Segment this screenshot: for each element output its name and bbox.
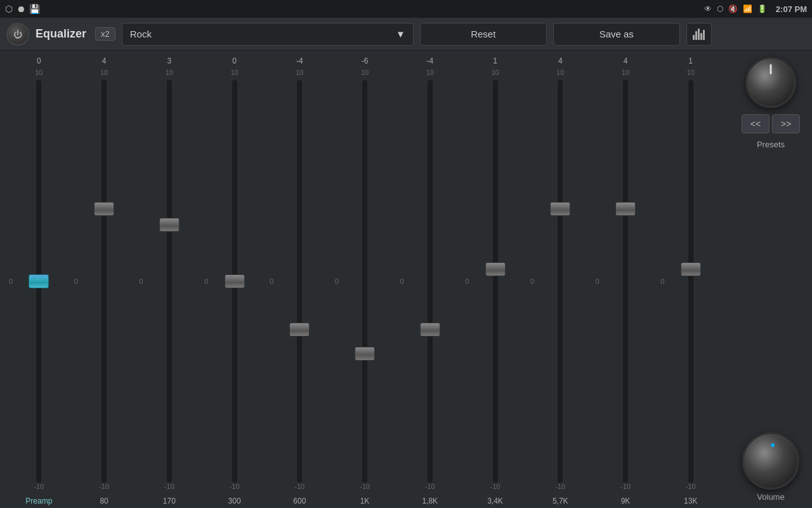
record-icon: ⏺: [16, 4, 25, 14]
slider-outer-b300: 0: [202, 80, 267, 483]
band-column-preamp: 0100-10Preamp: [6, 55, 72, 508]
scale-top-b3400: 10: [491, 69, 499, 80]
scale-bottom-b1k: -10: [360, 483, 370, 494]
slider-track-b600: [297, 80, 302, 483]
status-icons-left: ⬡ ⏺ 💾: [5, 4, 40, 14]
zero-label-preamp: 0: [9, 277, 13, 285]
slider-track-b1800: [428, 80, 433, 483]
slider-track-preamp: [36, 80, 41, 483]
band-value-b13k: 1: [688, 55, 693, 67]
time-display: 2:07 PM: [776, 4, 807, 14]
preset-nav: << >>: [742, 114, 800, 133]
band-column-b80: 4100-1080: [72, 55, 137, 508]
zero-label-b1k: 0: [335, 277, 339, 285]
zero-label-b600: 0: [270, 277, 273, 285]
volume-knob-container: Volume: [742, 432, 799, 502]
slider-track-wrap-b13k: 100-10: [658, 69, 723, 494]
slider-outer-b1k: 0: [332, 80, 398, 483]
band-value-b600: -4: [296, 55, 303, 67]
chart-button[interactable]: [686, 23, 712, 46]
band-value-preamp: 0: [37, 55, 41, 67]
slider-thumb-b1800[interactable]: [420, 323, 440, 337]
preset-next-button[interactable]: >>: [772, 114, 800, 133]
scale-top-b170: 10: [166, 69, 173, 80]
band-value-b170: 3: [167, 55, 171, 67]
power-button[interactable]: ⏻: [6, 23, 29, 46]
slider-track-b9k: [623, 80, 628, 483]
status-icons-right: 👁 ⬡ 🔇 📶 🔋 2:07 PM: [704, 4, 807, 14]
slider-track-wrap-b300: 100-10: [202, 69, 267, 494]
slider-thumb-b9k[interactable]: [615, 202, 636, 216]
slider-thumb-b3400[interactable]: [485, 262, 506, 276]
slider-thumb-b170[interactable]: [159, 218, 180, 232]
app-title: Equalizer: [36, 27, 86, 41]
scale-top-b9k: 10: [622, 69, 629, 80]
x2-toggle[interactable]: x2: [95, 27, 115, 41]
slider-outer-b5700: 0: [528, 80, 593, 483]
slider-track-wrap-b3400: 100-10: [462, 69, 528, 494]
band-freq-b80: 80: [100, 494, 108, 508]
slider-outer-b9k: 0: [593, 80, 658, 483]
bluetooth-icon: ⬡: [717, 4, 723, 13]
top-knob-container: [745, 57, 796, 108]
save-icon: 💾: [29, 4, 40, 14]
band-column-b5700: 4100-105,7K: [528, 55, 593, 508]
slider-track-wrap-b5700: 100-10: [528, 69, 593, 494]
presets-label: Presets: [757, 140, 785, 149]
slider-track-b1k: [362, 80, 367, 483]
scale-bottom-preamp: -10: [34, 483, 44, 494]
slider-track-wrap-b170: 100-10: [136, 69, 202, 494]
knob-marker: [770, 64, 772, 74]
wifi-icon: 📶: [743, 4, 752, 13]
slider-track-b300: [232, 80, 237, 483]
slider-track-b5700: [558, 80, 563, 483]
band-freq-b1800: 1,8K: [422, 494, 438, 508]
slider-outer-b1800: 0: [397, 80, 462, 483]
zero-label-b5700: 0: [530, 277, 534, 285]
slider-outer-b600: 0: [267, 80, 332, 483]
band-column-b170: 3100-10170: [136, 55, 202, 508]
reset-button[interactable]: Reset: [420, 23, 547, 46]
mute-icon: 🔇: [728, 4, 738, 13]
slider-track-b3400: [493, 80, 498, 483]
slider-thumb-b80[interactable]: [94, 202, 114, 216]
preset-prev-button[interactable]: <<: [742, 114, 769, 133]
band-freq-b5700: 5,7K: [553, 494, 568, 508]
volume-knob[interactable]: [742, 432, 799, 490]
band-column-b300: 0100-10300: [202, 55, 267, 508]
zero-label-b9k: 0: [596, 277, 599, 285]
slider-thumb-b600[interactable]: [289, 323, 310, 337]
band-value-b300: 0: [232, 55, 237, 67]
slider-thumb-preamp[interactable]: [29, 274, 49, 288]
eye-icon: 👁: [704, 4, 712, 13]
preset-value: Rock: [130, 29, 152, 39]
scale-bottom-b600: -10: [294, 483, 304, 494]
scale-bottom-b13k: -10: [686, 483, 696, 494]
scale-bottom-b1800: -10: [425, 483, 435, 494]
band-value-b9k: 4: [624, 55, 628, 67]
slider-track-b170: [167, 80, 172, 483]
scale-top-b1800: 10: [426, 69, 434, 80]
scale-top-preamp: 10: [35, 69, 43, 80]
slider-thumb-b1k[interactable]: [355, 347, 375, 361]
slider-thumb-b300[interactable]: [225, 274, 245, 288]
band-value-b1k: -6: [362, 55, 369, 67]
preset-dropdown[interactable]: Rock ▼: [122, 23, 414, 46]
slider-outer-b80: 0: [72, 80, 137, 483]
scale-top-b1k: 10: [361, 69, 369, 80]
chart-icon: [693, 29, 705, 40]
slider-thumb-b13k[interactable]: [681, 262, 701, 276]
battery-icon: 🔋: [757, 4, 767, 13]
scale-top-b5700: 10: [556, 69, 564, 80]
band-freq-b300: 300: [228, 494, 241, 508]
scale-top-b13k: 10: [687, 69, 695, 80]
top-knob[interactable]: [745, 57, 796, 108]
zero-label-b13k: 0: [660, 277, 664, 285]
slider-track-wrap-preamp: 100-10: [6, 69, 72, 494]
slider-thumb-b5700[interactable]: [550, 202, 570, 216]
saveas-button[interactable]: Save as: [553, 23, 680, 46]
band-value-b3400: 1: [493, 55, 497, 67]
slider-outer-b170: 0: [136, 80, 202, 483]
scale-top-b600: 10: [296, 69, 303, 80]
main-area: 0100-10Preamp4100-10803100-101700100-103…: [0, 51, 812, 508]
